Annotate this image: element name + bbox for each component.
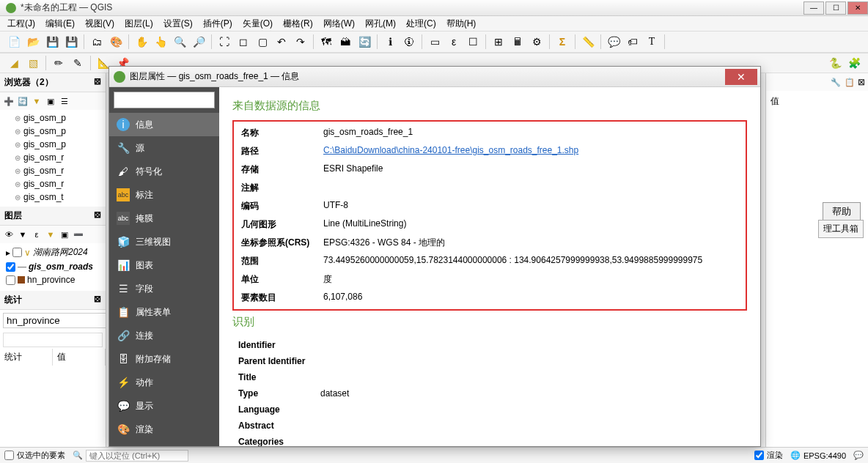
add-raster-icon[interactable]: ▧	[25, 55, 41, 71]
sidebar-item-form[interactable]: 📋属性表单	[109, 300, 219, 324]
dialog-content[interactable]: 来自数据源的信息 名称gis_osm_roads_free_1 路径C:\Bai…	[219, 87, 760, 446]
calc-icon[interactable]: 🖩	[510, 34, 526, 50]
layers-tree[interactable]: ▸ ∨ 湖南路网2024 — gis_osm_roads hn_province	[0, 243, 106, 288]
stats-layer-input[interactable]	[3, 313, 106, 328]
identify-icon[interactable]: ℹ	[382, 34, 398, 50]
add-icon[interactable]: ➕	[3, 95, 15, 107]
menu-vector[interactable]: 矢量(O)	[238, 16, 277, 32]
menu-help[interactable]: 帮助(H)	[442, 16, 481, 32]
only-selected-checkbox[interactable]	[4, 451, 14, 460]
layer-item[interactable]: — gis_osm_roads	[3, 260, 103, 273]
style-icon[interactable]: 👁	[3, 229, 15, 240]
panel-close-icon[interactable]: ⊠	[94, 76, 101, 89]
collapse-icon[interactable]: ▣	[45, 95, 56, 107]
sidebar-item-chart[interactable]: 📊图表	[109, 253, 219, 277]
menu-network[interactable]: 网络(W)	[319, 16, 359, 32]
new-project-icon[interactable]: 📄	[6, 34, 22, 50]
help-button[interactable]: 帮助	[823, 202, 861, 221]
layer-checkbox[interactable]	[6, 262, 15, 272]
menu-plugin[interactable]: 插件(P)	[199, 16, 237, 32]
tree-item[interactable]: ⊜gis_osm_t	[3, 190, 103, 204]
zoom-full-icon[interactable]: ⛶	[216, 34, 232, 50]
stats-field-select[interactable]	[3, 333, 103, 347]
deselect-icon[interactable]: ☐	[465, 34, 481, 50]
save-icon[interactable]: 💾	[44, 34, 60, 50]
label-icon[interactable]: 🏷	[625, 34, 641, 50]
panel-close-icon[interactable]: ⊠	[858, 77, 865, 87]
menu-project[interactable]: 工程(J)	[3, 16, 40, 32]
pan-select-icon[interactable]: 👆	[152, 34, 169, 50]
layer-item[interactable]: ▸ ∨ 湖南路网2024	[3, 245, 103, 260]
plugin-icon[interactable]: 🧩	[846, 55, 862, 71]
measure-icon[interactable]: 📏	[580, 34, 596, 50]
maximize-button[interactable]: ☐	[825, 1, 846, 15]
menu-raster[interactable]: 栅格(R)	[279, 16, 317, 32]
dialog-titlebar[interactable]: 图层属性 — gis_osm_roads_free_1 — 信息 ✕	[109, 67, 760, 87]
action-icon[interactable]: 📋	[844, 76, 856, 88]
refresh-icon[interactable]: 🔄	[17, 95, 29, 107]
browser-tree[interactable]: ⊜gis_osm_p ⊜gis_osm_p ⊜gis_osm_p ⊜gis_os…	[0, 110, 106, 204]
open-project-icon[interactable]: 📂	[25, 34, 41, 50]
menu-settings[interactable]: 设置(S)	[159, 16, 197, 32]
sidebar-item-mask[interactable]: abc掩膜	[109, 207, 219, 230]
sidebar-item-info[interactable]: i信息	[109, 113, 219, 136]
panel-close-icon[interactable]: ⊠	[94, 294, 101, 306]
tree-item[interactable]: ⊜gis_osm_p	[3, 125, 103, 138]
saveas-icon[interactable]: 💾	[63, 34, 79, 50]
zoom-in-icon[interactable]: 🔍	[172, 34, 188, 50]
layout-icon[interactable]: 🗂	[89, 34, 105, 50]
text-icon[interactable]: T	[644, 34, 660, 50]
filter2-icon[interactable]: ▼	[45, 229, 56, 240]
refresh-icon[interactable]: 🔄	[356, 34, 372, 50]
table-icon[interactable]: ⊞	[490, 34, 507, 50]
filter-icon[interactable]: ▼	[31, 95, 43, 107]
info-path-link[interactable]: C:\BaiduDownload\china-240101-free\gis_o…	[323, 145, 578, 155]
tree-item[interactable]: ⊜gis_osm_r	[3, 164, 103, 177]
sidebar-item-render[interactable]: 🎨渲染	[109, 418, 219, 441]
sidebar-item-label[interactable]: abc标注	[109, 183, 219, 207]
view3d-icon[interactable]: 🏔	[337, 34, 353, 50]
menu-view[interactable]: 视图(V)	[81, 16, 119, 32]
tree-item[interactable]: ⊜gis_osm_p	[3, 138, 103, 151]
info-icon[interactable]: 🛈	[401, 34, 417, 50]
tree-item[interactable]: ⊜gis_osm_r	[3, 151, 103, 164]
menu-layer[interactable]: 图层(L)	[120, 16, 158, 32]
sidebar-item-join[interactable]: 🔗连接	[109, 324, 219, 347]
minimize-button[interactable]: —	[803, 1, 824, 15]
zoom-next-icon[interactable]: ↷	[293, 34, 309, 50]
edit2-icon[interactable]: ✎	[70, 55, 86, 71]
layer-checkbox[interactable]	[12, 248, 22, 257]
log-icon[interactable]: 💬	[853, 451, 864, 460]
pan-icon[interactable]: ✋	[133, 34, 150, 50]
action-icon[interactable]: 🔧	[830, 76, 842, 88]
expand-icon[interactable]: ▣	[59, 229, 70, 240]
add-vector-icon[interactable]: ◢	[6, 55, 22, 71]
tree-item[interactable]: ⊜gis_osm_r	[3, 177, 103, 190]
toolbox-button[interactable]: 理工具箱	[818, 220, 864, 238]
zoom-out-icon[interactable]: 🔎	[191, 34, 207, 50]
sidebar-item-fields[interactable]: ☰字段	[109, 277, 219, 300]
menu-process[interactable]: 处理(C)	[402, 16, 441, 32]
zoom-last-icon[interactable]: ↶	[273, 34, 290, 50]
epsg-section[interactable]: 🌐 EPSG:4490	[790, 451, 846, 460]
locate-input[interactable]	[86, 450, 188, 462]
sidebar-item-temporal[interactable]: 🕐时态	[109, 441, 219, 446]
filter-icon[interactable]: ▼	[17, 229, 29, 240]
sidebar-item-3d[interactable]: 🧊三维视图	[109, 230, 219, 253]
search-input[interactable]	[114, 92, 215, 108]
sidebar-item-display[interactable]: 💬显示	[109, 394, 219, 418]
render-checkbox[interactable]	[754, 451, 764, 460]
dialog-close-button[interactable]: ✕	[725, 69, 757, 85]
select-icon[interactable]: ▭	[427, 34, 443, 50]
close-button[interactable]: ✕	[847, 1, 868, 15]
props-icon[interactable]: ☰	[59, 95, 70, 107]
python-icon[interactable]: 🐍	[827, 55, 843, 71]
toolbox-icon[interactable]: ⚙	[529, 34, 545, 50]
sidebar-item-source[interactable]: 🔧源	[109, 136, 219, 160]
menu-edit[interactable]: 编辑(E)	[41, 16, 79, 32]
panel-close-icon[interactable]: ⊠	[94, 210, 101, 222]
zoom-selection-icon[interactable]: ◻	[235, 34, 251, 50]
expr-icon[interactable]: ε	[31, 229, 43, 240]
select-expr-icon[interactable]: ε	[446, 34, 462, 50]
sidebar-item-action[interactable]: ⚡动作	[109, 371, 219, 394]
